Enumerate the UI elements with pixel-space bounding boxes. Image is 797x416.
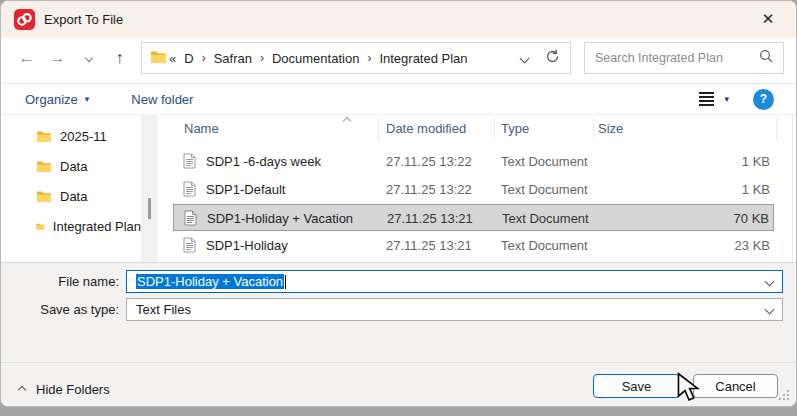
search-placeholder: Search Integrated Plan bbox=[595, 51, 759, 65]
breadcrumb-separator-icon: › bbox=[258, 51, 266, 65]
sidebar-scrollbar[interactable] bbox=[141, 115, 158, 262]
resize-grip[interactable] bbox=[779, 390, 791, 402]
export-to-file-dialog: Export To File ✕ ← → ↑ « D › Safran › Do… bbox=[0, 0, 797, 407]
file-row[interactable]: SDP1-Default 27.11.25 13:22 Text Documen… bbox=[173, 176, 774, 203]
text-document-icon bbox=[183, 181, 196, 200]
column-divider[interactable] bbox=[593, 118, 594, 140]
new-folder-button[interactable]: New folder bbox=[131, 92, 193, 107]
folder-icon bbox=[36, 220, 45, 233]
column-header-name[interactable]: Name bbox=[184, 121, 219, 136]
folder-sidebar: 2025-11 Data Data Integrated Plan bbox=[1, 121, 141, 241]
command-toolbar: Organize ▾ New folder ▾ ? bbox=[1, 84, 796, 114]
divider bbox=[1, 362, 796, 363]
column-divider[interactable] bbox=[378, 118, 379, 140]
folder-icon bbox=[36, 160, 52, 173]
mouse-cursor bbox=[677, 372, 705, 402]
address-bar[interactable]: « D › Safran › Documentation › Integrate… bbox=[141, 42, 571, 74]
column-divider[interactable] bbox=[494, 118, 495, 140]
folder-icon bbox=[150, 50, 167, 67]
breadcrumb-separator-icon: › bbox=[365, 51, 373, 65]
sidebar-item-data-2[interactable]: Data bbox=[1, 181, 141, 211]
column-header-size[interactable]: Size bbox=[598, 121, 623, 136]
breadcrumb-item-documentation[interactable]: Documentation bbox=[266, 51, 365, 66]
breadcrumb-overflow-icon[interactable]: « bbox=[167, 51, 178, 66]
file-name-label: File name: bbox=[1, 274, 126, 289]
text-document-icon bbox=[184, 210, 197, 229]
breadcrumb-separator-icon: › bbox=[200, 51, 208, 65]
forward-button[interactable]: → bbox=[42, 49, 73, 67]
chevron-up-icon bbox=[18, 385, 26, 393]
organize-chevron-icon: ▾ bbox=[85, 94, 90, 104]
organize-button[interactable]: Organize ▾ bbox=[25, 92, 89, 107]
refresh-icon[interactable] bbox=[545, 49, 560, 67]
column-divider[interactable] bbox=[776, 118, 777, 140]
search-icon bbox=[759, 49, 773, 67]
file-list: Name Date modified Type Size SDP1 -6-day… bbox=[158, 115, 793, 262]
window-title: Export To File bbox=[44, 12, 123, 27]
sort-ascending-icon bbox=[343, 117, 351, 125]
text-document-icon bbox=[183, 153, 196, 172]
sidebar-item-integrated-plan[interactable]: Integrated Plan bbox=[1, 211, 141, 241]
text-cursor bbox=[285, 275, 286, 289]
file-name-dropdown-chevron-icon[interactable] bbox=[765, 277, 775, 287]
sidebar-item-2025-11[interactable]: 2025-11 bbox=[1, 121, 141, 151]
file-row[interactable]: SDP1-Holiday 27.11.25 13:21 Text Documen… bbox=[173, 232, 774, 259]
file-row-selected[interactable]: SDP1-Holiday + Vacation 27.11.25 13:21 T… bbox=[173, 204, 774, 231]
view-list-icon[interactable] bbox=[699, 90, 714, 108]
scrollbar-thumb[interactable] bbox=[148, 198, 151, 219]
column-header-date-modified[interactable]: Date modified bbox=[386, 121, 466, 136]
cancel-button[interactable]: Cancel bbox=[693, 374, 778, 398]
file-browser: 2025-11 Data Data Integrated Plan Name D bbox=[1, 115, 796, 262]
search-box[interactable]: Search Integrated Plan bbox=[584, 42, 784, 74]
back-button[interactable]: ← bbox=[11, 49, 42, 67]
file-name-input[interactable]: SDP1-Holiday + Vacation bbox=[126, 270, 783, 293]
breadcrumb-item-integrated-plan[interactable]: Integrated Plan bbox=[373, 51, 473, 66]
sidebar-item-data[interactable]: Data bbox=[1, 151, 141, 181]
save-as-type-chevron-icon[interactable] bbox=[765, 305, 775, 315]
screen-background: Export To File ✕ ← → ↑ « D › Safran › Do… bbox=[0, 0, 797, 416]
save-as-type-label: Save as type: bbox=[1, 302, 126, 317]
column-header-type[interactable]: Type bbox=[501, 121, 529, 136]
safran-app-icon bbox=[14, 9, 35, 30]
save-button[interactable]: Save bbox=[593, 374, 680, 398]
navigation-bar: ← → ↑ « D › Safran › Documentation › Int… bbox=[1, 38, 796, 78]
close-icon[interactable]: ✕ bbox=[748, 3, 788, 35]
save-as-type-value: Text Files bbox=[136, 302, 191, 317]
hide-folders-button[interactable]: Hide Folders bbox=[19, 382, 110, 397]
save-as-type-select[interactable]: Text Files bbox=[126, 298, 783, 321]
text-document-icon bbox=[183, 237, 196, 256]
list-header: Name Date modified Type Size bbox=[158, 115, 792, 142]
up-button[interactable]: ↑ bbox=[104, 49, 135, 67]
recent-locations-chevron-icon[interactable] bbox=[73, 55, 104, 61]
file-name-value: SDP1-Holiday + Vacation bbox=[136, 274, 284, 289]
breadcrumb-item-safran[interactable]: Safran bbox=[208, 51, 258, 66]
help-button[interactable]: ? bbox=[753, 89, 774, 110]
folder-icon bbox=[36, 190, 52, 203]
titlebar: Export To File ✕ bbox=[1, 1, 796, 38]
address-dropdown-chevron-icon[interactable] bbox=[520, 53, 530, 63]
folder-icon bbox=[36, 130, 52, 143]
file-row[interactable]: SDP1 -6-days week 27.11.25 13:22 Text Do… bbox=[173, 148, 774, 175]
view-options-chevron-icon[interactable]: ▾ bbox=[724, 94, 729, 104]
breadcrumb-item-drive[interactable]: D bbox=[178, 51, 199, 66]
